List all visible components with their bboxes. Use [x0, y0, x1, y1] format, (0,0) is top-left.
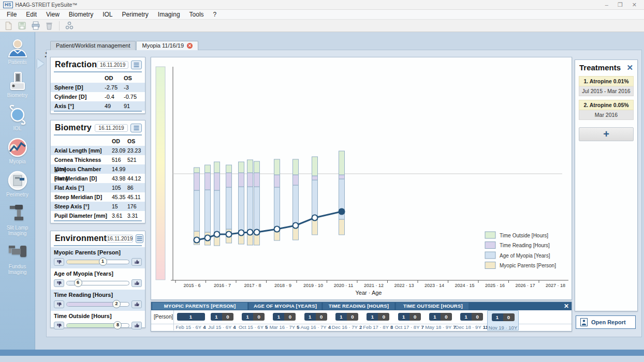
data-point[interactable]: [205, 235, 211, 241]
tab-close-icon[interactable]: ✕: [187, 43, 193, 49]
menu-imaging[interactable]: Imaging: [153, 10, 185, 20]
panel-collapse-handle[interactable]: ◂▸: [45, 51, 47, 58]
print-icon[interactable]: [30, 21, 41, 31]
data-point[interactable]: [312, 215, 318, 221]
biometry-menu-button[interactable]: [130, 124, 142, 132]
data-point[interactable]: [274, 227, 280, 232]
save-icon[interactable]: [17, 21, 28, 31]
toggle-on[interactable]: 1: [177, 313, 205, 321]
toggle-off[interactable]: 0: [347, 313, 358, 321]
slider-track[interactable]: 2: [66, 302, 129, 307]
visit-bar[interactable]: [194, 168, 200, 245]
visit-column[interactable]: 10May 18 · 9Y7: [425, 310, 456, 330]
menu-iol[interactable]: IOL: [98, 10, 117, 20]
menu-file[interactable]: File: [2, 10, 21, 20]
toggle-off[interactable]: 0: [316, 313, 327, 321]
data-point[interactable]: [247, 230, 253, 235]
environment-date-field[interactable]: 16.11.2019: [107, 235, 133, 243]
menu-edit[interactable]: Edit: [21, 10, 41, 20]
toggle-on[interactable]: 1: [304, 313, 316, 321]
data-point[interactable]: [239, 230, 244, 236]
toggle-off[interactable]: 0: [284, 313, 296, 321]
sidebar-item-myopia[interactable]: Myopia: [0, 137, 35, 164]
menu-perimetry[interactable]: Perimetry: [118, 10, 153, 20]
sidebar-item-patients[interactable]: Patients: [0, 37, 35, 65]
menu-tools[interactable]: Tools: [185, 10, 209, 20]
visit-column[interactable]: 10Feb 17 · 8Y8: [362, 310, 394, 330]
decrease-button[interactable]: [54, 258, 64, 266]
environment-menu-button[interactable]: [136, 234, 143, 243]
menu-biometry[interactable]: Biometry: [64, 10, 98, 20]
data-point[interactable]: [293, 223, 299, 229]
toggle-on[interactable]: 1: [492, 313, 503, 321]
sidebar-item-iol[interactable]: IOL: [0, 103, 35, 131]
visits-section-3[interactable]: TIME OUTSIDE [HOURS]: [396, 303, 469, 310]
maximize-icon[interactable]: ❐: [618, 1, 623, 9]
visit-toggle[interactable]: 10: [211, 313, 233, 321]
refraction-menu-button[interactable]: [131, 61, 142, 69]
settings-circles-icon[interactable]: [64, 21, 75, 31]
decrease-button[interactable]: [54, 300, 64, 308]
sidebar-item-fundus[interactable]: Fundus Imaging: [0, 242, 35, 275]
visit-column[interactable]: 10Oct 15 · 6Y5: [238, 310, 269, 330]
toggle-off[interactable]: 0: [472, 313, 483, 321]
visit-column[interactable]: 10Dec 16 · 7Y2: [331, 310, 363, 330]
toggle-on[interactable]: 1: [460, 313, 472, 321]
visit-bar[interactable]: [205, 165, 211, 245]
visits-section-1[interactable]: AGE OF MYOPIA [YEARS]: [249, 303, 321, 310]
visits-section-0[interactable]: MYOPIC PARENTS [PERSON]: [152, 303, 247, 310]
toggle-on[interactable]: 1: [242, 313, 253, 321]
visit-toggle[interactable]: 10: [367, 313, 389, 321]
visit-toggle[interactable]: 10: [335, 313, 358, 321]
data-point[interactable]: [254, 230, 260, 235]
slider-track[interactable]: 6: [66, 281, 129, 285]
tab-patient-worklist-management[interactable]: Patient/Worklist management: [50, 41, 136, 50]
open-report-button[interactable]: Open Report: [576, 315, 636, 329]
slider-track[interactable]: 8: [66, 323, 129, 328]
visit-toggle[interactable]: 10: [429, 313, 452, 321]
visit-column[interactable]: 1Feb 15 · 6Y4: [175, 310, 207, 330]
toggle-on[interactable]: 1: [273, 313, 284, 321]
toggle-on[interactable]: 1: [398, 313, 409, 321]
menu-[interactable]: ?: [209, 10, 222, 20]
toggle-off[interactable]: 0: [409, 313, 421, 321]
visits-table-close-icon[interactable]: ✕: [564, 302, 569, 310]
visit-toggle[interactable]: 1: [177, 313, 205, 321]
increase-button[interactable]: [131, 322, 142, 329]
toggle-on[interactable]: 1: [429, 313, 441, 321]
visit-toggle[interactable]: 10: [273, 313, 296, 321]
increase-button[interactable]: [131, 279, 142, 287]
minimize-icon[interactable]: –: [605, 1, 608, 9]
visit-toggle[interactable]: 10: [460, 313, 483, 321]
slider-handle[interactable]: 2: [112, 300, 121, 308]
toggle-off[interactable]: 0: [253, 313, 265, 321]
refraction-date-field[interactable]: 16.11.2019: [97, 61, 128, 69]
visits-section-2[interactable]: TIME READING [HOURS]: [323, 303, 394, 310]
visit-column[interactable]: 10Jul 15 · 6Y4: [206, 310, 238, 330]
toggle-on[interactable]: 1: [335, 313, 347, 321]
treatments-close-icon[interactable]: ✕: [626, 64, 633, 71]
visit-column[interactable]: 10Mar 16 · 7Y5: [269, 310, 300, 330]
visit-toggle[interactable]: 10: [398, 313, 421, 321]
toggle-off[interactable]: 0: [378, 313, 389, 321]
visit-bar[interactable]: [339, 151, 345, 235]
sidebar-item-slit[interactable]: Slit Lamp Imaging: [0, 203, 35, 236]
menu-view[interactable]: View: [41, 10, 64, 20]
toggle-off[interactable]: 0: [222, 313, 233, 321]
add-treatment-button[interactable]: +: [579, 127, 634, 141]
visit-toggle[interactable]: 10: [304, 313, 327, 321]
decrease-button[interactable]: [54, 322, 64, 329]
visit-column[interactable]: 10Oct 17 · 8Y7: [393, 310, 425, 330]
slider-handle[interactable]: 6: [74, 279, 82, 287]
tab-myopia-11-16-19[interactable]: Myopia 11/16/19✕: [136, 41, 198, 50]
data-point[interactable]: [226, 232, 232, 237]
slider-handle[interactable]: 1: [99, 258, 107, 266]
visit-column[interactable]: 10Dec 18 · 9Y11: [456, 310, 488, 330]
toggle-on[interactable]: 1: [211, 313, 222, 321]
increase-button[interactable]: [131, 258, 142, 266]
treatment-item-1[interactable]: 1. Atropine 0.01%Jul 2015 - Mar 2016: [579, 76, 634, 96]
close-icon[interactable]: ✕: [632, 1, 637, 9]
data-point[interactable]: [214, 232, 220, 237]
biometry-date-field[interactable]: 16.11.2019: [95, 124, 128, 132]
slider-handle[interactable]: 8: [113, 321, 122, 329]
